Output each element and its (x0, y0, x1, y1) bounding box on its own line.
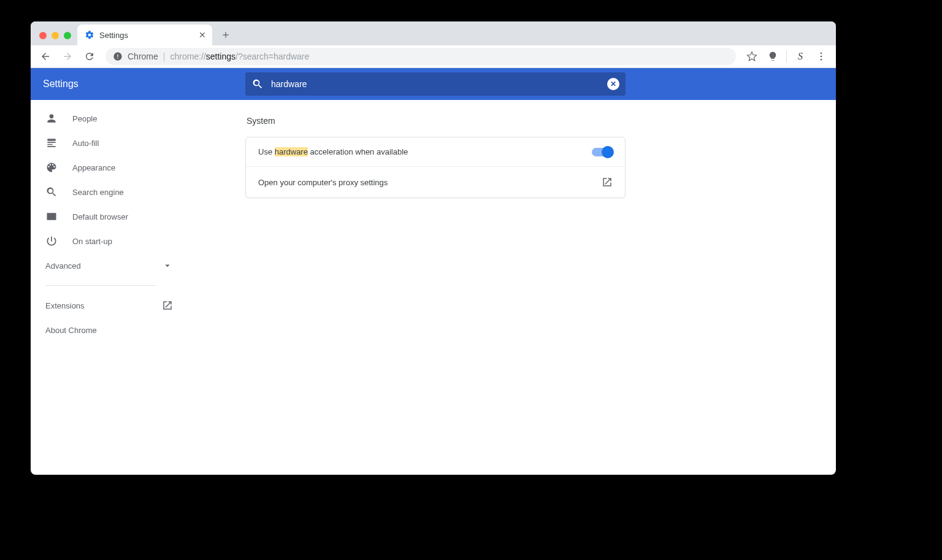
window-controls (36, 32, 77, 45)
close-tab-button[interactable]: ✕ (199, 30, 206, 40)
toggle-hardware-acceleration[interactable] (592, 148, 613, 156)
sidebar-advanced[interactable]: Advanced (31, 253, 188, 278)
sidebar-divider (45, 285, 156, 286)
search-input[interactable] (271, 79, 600, 89)
extension-s-icon[interactable]: S (791, 47, 810, 66)
sidebar-item-autofill[interactable]: Auto-fill (31, 131, 188, 155)
sidebar-item-onstartup[interactable]: On start-up (31, 229, 188, 253)
site-info-icon (113, 52, 123, 61)
toolbar-right: S (742, 47, 831, 66)
palette-icon (45, 161, 58, 174)
maximize-window-button[interactable] (64, 32, 71, 39)
external-link-icon (602, 177, 613, 188)
setting-label: Open your computer's proxy settings (258, 178, 388, 187)
forward-button[interactable] (58, 47, 77, 66)
setting-proxy-settings[interactable]: Open your computer's proxy settings (246, 166, 625, 198)
sidebar: People Auto-fill Appearance Search engin… (31, 100, 188, 475)
omnibox-url: chrome://settings/?search=hardware (170, 52, 309, 61)
svg-point-2 (821, 59, 822, 61)
new-tab-button[interactable]: ＋ (217, 26, 234, 43)
back-button[interactable] (36, 47, 55, 66)
browser-icon (45, 210, 58, 223)
sidebar-item-label: Default browser (72, 212, 128, 221)
toolbar-divider (786, 50, 787, 63)
minimize-window-button[interactable] (52, 32, 59, 39)
tab-strip: Settings ✕ ＋ (31, 21, 836, 45)
sidebar-item-label: Search engine (72, 188, 124, 197)
chevron-down-icon (162, 260, 173, 271)
sidebar-item-label: On start-up (72, 237, 112, 246)
sidebar-item-people[interactable]: People (31, 106, 188, 131)
toolbar: Chrome | chrome://settings/?search=hardw… (31, 45, 836, 68)
omnibox-separator: | (163, 52, 166, 61)
svg-point-0 (821, 52, 822, 54)
settings-header: Settings ✕ (31, 68, 836, 100)
bookmark-button[interactable] (742, 47, 762, 66)
search-icon (251, 78, 264, 90)
setting-hardware-acceleration: Use hardware acceleration when available (246, 137, 625, 166)
sidebar-about-label: About Chrome (45, 326, 97, 335)
form-icon (45, 137, 58, 149)
power-icon (45, 235, 58, 247)
sidebar-item-searchengine[interactable]: Search engine (31, 180, 188, 204)
settings-body: People Auto-fill Appearance Search engin… (31, 100, 836, 475)
browser-window: Settings ✕ ＋ Chrome | chrome://settings/… (31, 21, 836, 475)
gear-icon (85, 30, 94, 40)
svg-point-1 (821, 56, 822, 58)
tab-title: Settings (99, 31, 128, 40)
section-title: System (245, 116, 626, 126)
extension-bulb-icon[interactable] (763, 47, 783, 66)
sidebar-item-appearance[interactable]: Appearance (31, 155, 188, 180)
clear-search-button[interactable]: ✕ (607, 78, 619, 90)
reload-button[interactable] (80, 47, 99, 66)
setting-label: Use hardware acceleration when available (258, 147, 408, 156)
browser-tab[interactable]: Settings ✕ (77, 25, 212, 45)
browser-menu-button[interactable] (811, 47, 831, 66)
omnibox-prefix: Chrome (128, 52, 158, 61)
sidebar-item-about[interactable]: About Chrome (31, 318, 188, 342)
sidebar-item-extensions[interactable]: Extensions (31, 293, 188, 318)
search-icon (45, 186, 58, 198)
close-window-button[interactable] (39, 32, 47, 39)
sidebar-item-label: Auto-fill (72, 139, 99, 148)
sidebar-extensions-label: Extensions (45, 301, 85, 310)
sidebar-advanced-label: Advanced (45, 261, 81, 270)
person-icon (45, 112, 58, 125)
sidebar-item-label: Appearance (72, 163, 115, 172)
settings-card: Use hardware acceleration when available… (245, 137, 626, 198)
sidebar-item-label: People (72, 114, 97, 123)
settings-content: System Use hardware acceleration when av… (188, 100, 836, 475)
settings-search[interactable]: ✕ (245, 72, 626, 96)
sidebar-item-defaultbrowser[interactable]: Default browser (31, 204, 188, 229)
page-title: Settings (43, 79, 245, 90)
address-bar[interactable]: Chrome | chrome://settings/?search=hardw… (105, 48, 736, 65)
external-link-icon (162, 300, 173, 311)
